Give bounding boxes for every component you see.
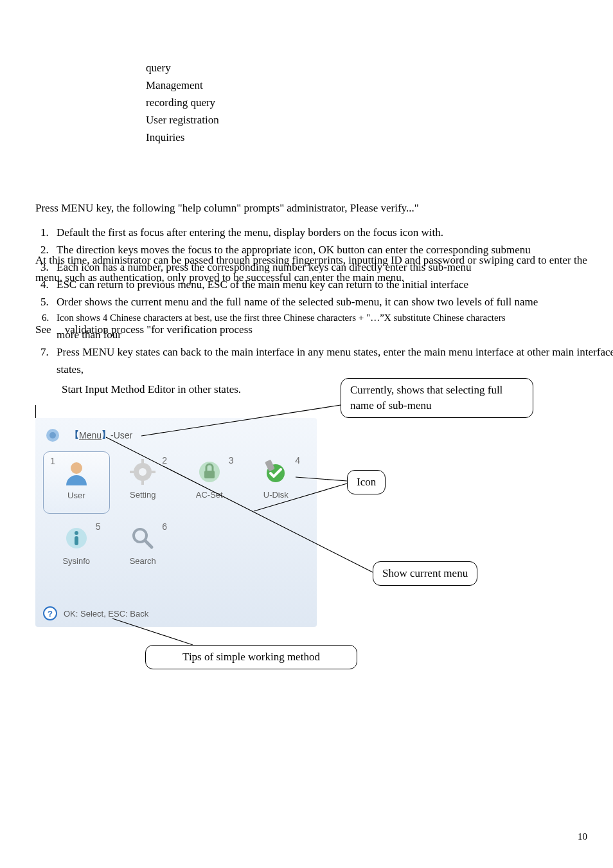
list-item-continuation: more than four (57, 326, 613, 343)
menu-grid: 1 User 2 Setting 3 AC-Set 4 U-Disk (43, 451, 309, 579)
svg-point-4 (139, 468, 147, 476)
menu-item-sysinfo[interactable]: 5 Sysinfo (43, 518, 110, 579)
svg-line-17 (145, 541, 152, 547)
check-icon (260, 457, 291, 487)
item-number: 6 (162, 521, 167, 532)
svg-rect-8 (150, 471, 155, 473)
help-icon: ? (43, 606, 57, 620)
svg-rect-15 (75, 536, 78, 545)
callout-icon: Icon (347, 470, 386, 494)
menu-item-setting[interactable]: 2 Setting (110, 451, 177, 512)
list-item: ESC can return to previous menu, ESC of … (51, 276, 613, 293)
item-number: 2 (162, 455, 167, 466)
status-text: OK: Select, ESC: Back (64, 609, 148, 619)
top-indent-list: query Management recording query User re… (146, 59, 219, 146)
svg-rect-10 (204, 471, 215, 478)
svg-rect-5 (141, 459, 144, 464)
menu-item-acset[interactable]: 3 AC-Set (176, 451, 243, 512)
list-item: Press MENU key states can back to the ma… (51, 343, 613, 378)
header-logo-icon (43, 426, 62, 444)
menu-item-user[interactable]: 1 User (43, 451, 110, 514)
numbered-list: Default the first as focus after enterin… (35, 224, 613, 378)
indent-item: query (146, 59, 219, 77)
indent-item: User registration (146, 111, 219, 129)
bracket-right-icon: 】 (102, 429, 111, 441)
svg-rect-6 (141, 480, 144, 485)
item-label: Setting (110, 490, 177, 500)
menu-item-search[interactable]: 6 Search (110, 518, 177, 579)
callout-tips: Tips of simple working method (145, 645, 357, 669)
menu-item-udisk[interactable]: 4 U-Disk (243, 451, 310, 512)
item-number: 5 (96, 521, 101, 532)
bracket-left-icon: 【 (70, 429, 79, 441)
svg-rect-7 (130, 471, 135, 473)
user-icon (61, 457, 92, 488)
page-number: 10 (578, 831, 587, 842)
indent-item: Inquiries (146, 129, 219, 146)
item-number: 4 (295, 455, 300, 466)
info-icon (61, 523, 92, 554)
item-label: Sysinfo (43, 556, 110, 566)
list-item: Default the first as focus after enterin… (51, 224, 613, 241)
item-number: 1 (50, 456, 55, 466)
list-item: Icon shows 4 Chinese characters at best,… (51, 311, 613, 343)
start-input-line: Start Input Method Editor in other state… (62, 383, 241, 396)
item-label: Search (110, 556, 177, 566)
list-item: The direction keys moves the focus to th… (51, 241, 613, 258)
list-item: Order shows the current menu and the ful… (51, 293, 613, 311)
device-screenshot: 【 Menu 】 -User 1 User 2 Setting 3 AC-Set (35, 418, 317, 627)
gear-icon (127, 457, 158, 487)
list-item-text: Icon shows 4 Chinese characters at best,… (57, 312, 506, 323)
item-label: AC-Set (176, 490, 243, 500)
indent-item: Management (146, 77, 219, 94)
header-sub-label: -User (111, 430, 132, 440)
svg-point-14 (75, 531, 78, 535)
svg-point-1 (49, 432, 56, 439)
device-header: 【 Menu 】 -User (43, 426, 309, 445)
item-label: User (44, 491, 109, 500)
device-status-bar: ? OK: Select, ESC: Back (43, 606, 148, 620)
callout-fullname: Currently, shows that selecting full nam… (341, 378, 533, 418)
indent-item: recording query (146, 94, 219, 111)
lock-icon (194, 457, 225, 487)
text-cursor-icon (35, 405, 36, 418)
item-label: U-Disk (243, 490, 310, 500)
item-number: 3 (229, 455, 234, 466)
svg-point-2 (71, 462, 82, 474)
list-item: Each icon has a number, press the corres… (51, 258, 613, 276)
para-line: Press MENU key, the following "help colu… (35, 199, 613, 217)
callout-current-menu: Show current menu (373, 561, 477, 586)
header-menu-label: Menu (79, 430, 102, 440)
search-icon (127, 523, 158, 554)
